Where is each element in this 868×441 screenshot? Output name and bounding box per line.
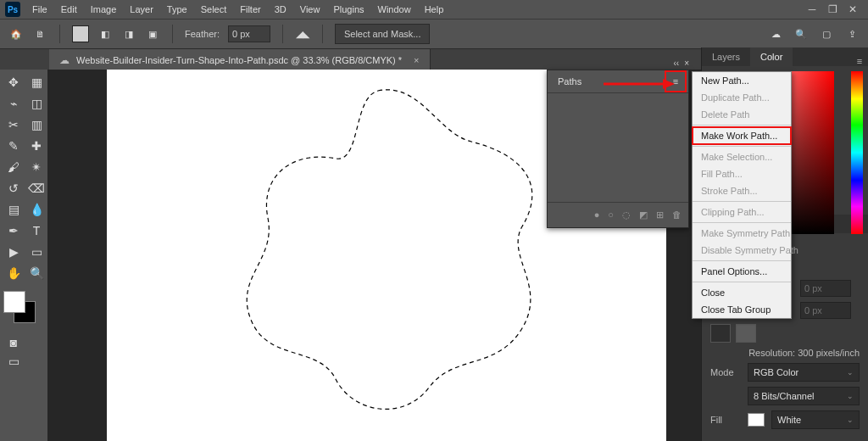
clone-tool-icon[interactable]: ✴ — [26, 158, 47, 176]
paths-list[interactable] — [548, 93, 688, 202]
feather-label: Feather: — [185, 29, 220, 39]
flyout-item: Fill Path... — [693, 165, 791, 182]
feather-input[interactable] — [228, 25, 270, 42]
menu-file[interactable]: File — [25, 2, 54, 17]
zoom-tool-icon[interactable]: 🔍 — [26, 264, 47, 282]
flyout-item: Disable Symmetry Path — [693, 242, 791, 259]
flyout-item: Clipping Path... — [693, 204, 791, 220]
canvas-x-field: 0 px — [800, 280, 851, 297]
menu-type[interactable]: Type — [160, 2, 194, 17]
menu-help[interactable]: Help — [418, 2, 451, 17]
quick-mask-icon[interactable]: ◙ — [3, 333, 24, 352]
window-close-icon[interactable]: ✕ — [843, 3, 863, 15]
menu-plugins[interactable]: Plugins — [326, 2, 370, 17]
flyout-item[interactable]: Close Tab Group — [693, 301, 791, 318]
document-tab[interactable]: ☁ Website-Builder-Insider-Turn-Shape-Int… — [49, 49, 431, 71]
search-icon[interactable]: 🔍 — [793, 26, 809, 42]
app-logo: Ps — [5, 2, 20, 17]
menu-edit[interactable]: Edit — [54, 2, 84, 17]
blur-tool-icon[interactable]: 💧 — [26, 200, 47, 219]
orientation-portrait-icon[interactable] — [710, 324, 731, 343]
options-bar: 🏠 🗎 ◧ ◨ ▣ Feather: ◢◣ Select and Mask...… — [0, 20, 868, 49]
selection-subtract-icon[interactable]: ◨ — [121, 26, 136, 42]
fill-dropdown[interactable]: White⌄ — [771, 410, 860, 429]
flyout-item[interactable]: Make Work Path... — [693, 127, 791, 144]
workspace-icon[interactable]: ▢ — [819, 26, 834, 42]
mode-label: Mode — [710, 367, 741, 377]
paths-tab[interactable]: Paths — [548, 70, 592, 92]
shape-tool-icon[interactable]: ▭ — [26, 243, 47, 261]
home-icon[interactable]: 🏠 — [8, 26, 24, 42]
menu-image[interactable]: Image — [84, 2, 124, 17]
flyout-item: Make Symmetry Path — [693, 225, 791, 242]
panel-collapse-close: ‹‹ × — [673, 59, 689, 68]
mode-dropdown[interactable]: RGB Color⌄ — [748, 363, 860, 382]
lasso-tool-icon[interactable]: ⌁ — [3, 94, 24, 113]
hue-slider[interactable] — [851, 71, 863, 234]
selection-shape — [200, 74, 556, 430]
orientation-landscape-icon[interactable] — [736, 324, 756, 343]
new-path-icon[interactable]: ⊞ — [656, 209, 664, 220]
bit-depth-dropdown[interactable]: 8 Bits/Channel⌄ — [748, 387, 860, 405]
flyout-item: Make Selection... — [693, 148, 791, 165]
menu-window[interactable]: Window — [371, 2, 418, 17]
fill-swatch[interactable] — [748, 413, 765, 427]
panel-collapse-icon[interactable]: ‹‹ — [673, 59, 679, 68]
fill-path-icon[interactable]: ● — [594, 209, 600, 220]
panel-close-icon[interactable]: × — [684, 59, 689, 68]
eraser-tool-icon[interactable]: ⌫ — [26, 179, 47, 198]
tab-close-icon[interactable]: × — [414, 55, 419, 65]
foreground-swatch[interactable] — [3, 291, 25, 313]
document-tab-title: Website-Builder-Insider-Turn-Shape-Into-… — [76, 55, 402, 65]
paths-footer: ● ○ ◌ ◩ ⊞ 🗑 — [548, 202, 688, 226]
delete-path-icon[interactable]: 🗑 — [672, 209, 682, 220]
window-restore-icon[interactable]: ❐ — [822, 3, 843, 15]
artboard-tool-icon[interactable]: ▦ — [26, 73, 47, 92]
cloud-docs-icon[interactable]: ☁ — [768, 26, 783, 42]
brush-tool-icon[interactable]: 🖌 — [3, 158, 24, 176]
hand-tool-icon[interactable]: ✋ — [3, 264, 24, 282]
mask-icon[interactable]: ◩ — [639, 209, 648, 220]
menu-layer[interactable]: Layer — [123, 2, 160, 17]
gradient-tool-icon[interactable]: ▤ — [3, 200, 24, 219]
select-and-mask-button[interactable]: Select and Mask... — [335, 24, 431, 44]
flyout-item[interactable]: New Path... — [693, 72, 791, 89]
flyout-item: Stroke Path... — [693, 182, 791, 199]
frame-tool-icon[interactable]: ▥ — [26, 115, 47, 134]
selection-add-icon[interactable]: ◧ — [97, 26, 113, 42]
tab-color[interactable]: Color — [750, 47, 793, 66]
cloud-icon: ☁ — [59, 54, 70, 66]
recent-icon[interactable]: 🗎 — [32, 26, 47, 42]
menu-3d[interactable]: 3D — [268, 2, 293, 17]
color-swatches[interactable] — [3, 291, 37, 325]
path-select-icon[interactable]: ▶ — [3, 243, 24, 261]
crop-tool-icon[interactable]: ✂ — [3, 115, 24, 134]
anti-alias-icon[interactable]: ◢◣ — [295, 26, 310, 42]
flyout-item[interactable]: Panel Options... — [693, 263, 791, 280]
path-to-selection-icon[interactable]: ◌ — [622, 209, 631, 220]
color-panel-menu-icon[interactable]: ≡ — [851, 56, 868, 66]
selection-new-icon[interactable] — [72, 25, 89, 42]
tab-layers[interactable]: Layers — [702, 47, 750, 66]
screen-mode-icon[interactable]: ▭ — [3, 352, 24, 371]
resolution-label: Resolution: 300 pixels/inch — [710, 348, 860, 358]
type-tool-icon[interactable]: T — [26, 221, 47, 240]
paths-panel-menu-button[interactable]: ≡ — [665, 70, 687, 92]
eyedropper-tool-icon[interactable]: ✎ — [3, 137, 24, 155]
history-brush-icon[interactable]: ↺ — [3, 179, 24, 198]
share-icon[interactable]: ⇪ — [844, 26, 860, 42]
flyout-item[interactable]: Close — [693, 284, 791, 301]
object-select-tool-icon[interactable]: ◫ — [26, 94, 47, 113]
fill-label: Fill — [710, 415, 741, 425]
stroke-path-icon[interactable]: ○ — [608, 209, 614, 220]
canvas-y-field: 0 px — [800, 302, 851, 319]
pen-tool-icon[interactable]: ✒ — [3, 221, 24, 240]
flyout-item: Duplicate Path... — [693, 89, 791, 106]
heal-tool-icon[interactable]: ✚ — [26, 137, 47, 155]
window-minimize-icon[interactable]: ─ — [802, 3, 822, 15]
selection-intersect-icon[interactable]: ▣ — [145, 26, 160, 42]
menu-select[interactable]: Select — [194, 2, 234, 17]
menu-view[interactable]: View — [293, 2, 327, 17]
menu-filter[interactable]: Filter — [233, 2, 267, 17]
move-tool-icon[interactable]: ✥ — [3, 73, 24, 92]
